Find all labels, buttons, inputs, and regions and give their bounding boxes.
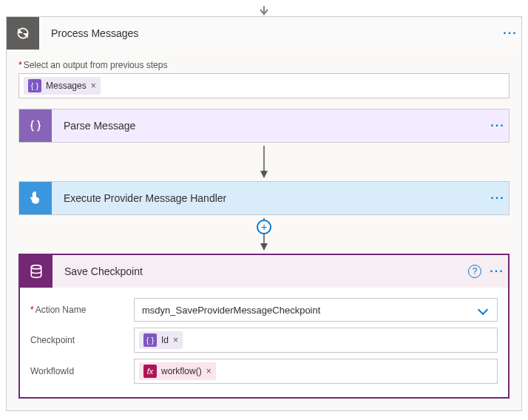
id-token[interactable]: { } Id × (139, 331, 183, 349)
id-token-remove[interactable]: × (173, 335, 178, 345)
braces-icon: { } (143, 333, 157, 347)
touch-icon (19, 182, 52, 214)
chevron-down-icon (478, 305, 488, 315)
process-messages-header[interactable]: Process Messages ··· (7, 17, 521, 50)
process-messages-card: Process Messages ··· Select an output fr… (6, 16, 522, 411)
process-messages-title: Process Messages (39, 27, 499, 39)
action-name-label: Action Name (30, 305, 134, 315)
workflowid-label: WorkflowId (30, 366, 134, 376)
arrow-down-icon (257, 146, 271, 178)
save-checkpoint-header[interactable]: Save Checkpoint ? ··· (20, 255, 508, 288)
database-icon (20, 255, 53, 288)
svg-marker-4 (260, 243, 268, 251)
execute-provider-menu[interactable]: ··· (487, 182, 509, 214)
add-action-button[interactable]: + (257, 220, 271, 234)
action-name-value: msdyn_SaveProviderMessageCheckpoint (142, 305, 320, 316)
workflow-token-label: workflow() (161, 366, 202, 376)
execute-provider-card[interactable]: Execute Provider Message Handler ··· (18, 181, 510, 215)
parse-message-title: Parse Message (52, 120, 487, 132)
loop-icon (7, 17, 39, 50)
svg-marker-0 (261, 11, 267, 16)
messages-token[interactable]: { } Messages × (24, 77, 101, 95)
checkpoint-label: Checkpoint (30, 335, 134, 345)
execute-provider-title: Execute Provider Message Handler (52, 192, 487, 204)
svg-marker-2 (260, 171, 268, 178)
incoming-arrow-icon (258, 6, 270, 16)
save-checkpoint-menu[interactable]: ··· (486, 255, 508, 288)
checkpoint-field[interactable]: { } Id × (134, 328, 498, 353)
save-checkpoint-card: Save Checkpoint ? ··· Action Name msdyn_… (18, 254, 510, 399)
id-token-label: Id (161, 335, 169, 345)
workflow-token-remove[interactable]: × (206, 366, 211, 376)
process-messages-menu[interactable]: ··· (499, 17, 521, 50)
workflowid-field[interactable]: fx workflow() × (134, 359, 498, 384)
action-name-select[interactable]: msdyn_SaveProviderMessageCheckpoint (134, 298, 498, 322)
output-from-steps-label: Select an output from previous steps (18, 60, 510, 70)
workflow-token[interactable]: fx workflow() × (139, 362, 216, 380)
parse-message-card[interactable]: Parse Message ··· (18, 109, 510, 143)
fx-icon: fx (143, 365, 157, 378)
parse-message-menu[interactable]: ··· (487, 109, 509, 142)
messages-token-remove[interactable]: × (91, 81, 96, 91)
output-from-steps-field[interactable]: { } Messages × (18, 73, 510, 98)
save-checkpoint-help[interactable]: ? (464, 255, 486, 288)
braces-icon (19, 109, 52, 142)
braces-icon: { } (28, 79, 41, 92)
svg-point-5 (31, 265, 41, 269)
messages-token-label: Messages (46, 81, 87, 91)
save-checkpoint-title: Save Checkpoint (53, 265, 464, 277)
